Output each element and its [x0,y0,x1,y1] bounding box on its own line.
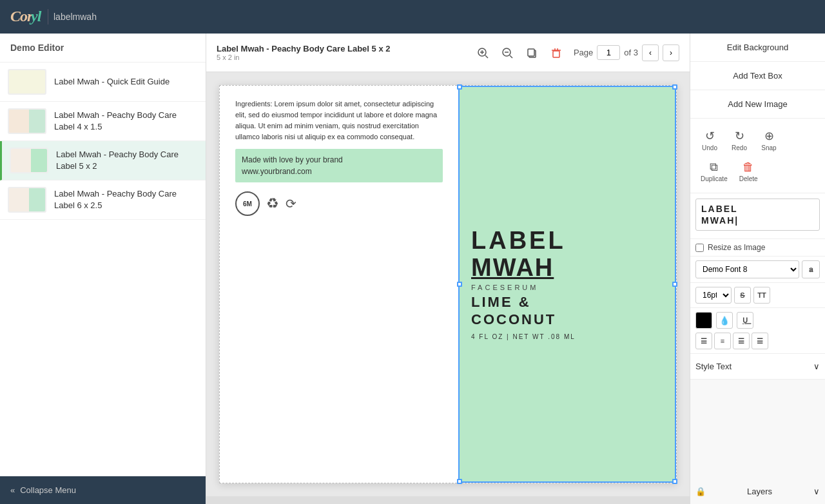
right-panel: Edit Background Add Text Box Add New Ima… [690,34,825,504]
canvas-scroll[interactable]: Ingredients: Lorem ipsum dolor sit amet,… [206,72,690,496]
scrollbar-bottom[interactable] [206,496,690,504]
sidebar-item-label-3: Label Mwah - Peachy Body Care Label 6 x … [54,188,198,211]
duplicate-button[interactable]: ⧉ Duplicate [695,157,733,186]
sidebar-thumb-2 [10,148,48,173]
resize-as-image-checkbox[interactable] [695,244,704,252]
rp-actions: ↺ Undo ↻ Redo ⊕ Snap ⧉ Duplicate 🗑 Delet… [690,119,825,193]
align-center-button[interactable]: ≡ [714,333,731,349]
svg-text:yl: yl [29,8,42,24]
handle-mr[interactable] [672,282,677,287]
add-new-image-button[interactable]: Add New Image [690,90,825,119]
svg-line-7 [510,55,512,58]
color-dropper[interactable]: 💧 [716,312,733,329]
snap-label: Snap [761,144,776,151]
align-buttons: ☰ ≡ ☰ ☰ [695,333,768,349]
logo-area: Cor yl labelmwah [10,5,97,29]
toolbar-icons [473,43,566,63]
handle-tr[interactable] [672,84,677,90]
sidebar-item-3[interactable]: Label Mwah - Peachy Body Care Label 6 x … [0,180,206,220]
snap-icon: ⊕ [764,129,774,143]
style-text-chevron: ∨ [813,362,820,371]
svg-text:Cor: Cor [10,8,34,24]
color-swatch[interactable] [695,312,712,329]
svg-rect-10 [528,49,534,56]
label-left: Ingredients: Lorem ipsum dolor sit amet,… [220,86,458,483]
bold-button[interactable]: TT [753,287,770,304]
page-prev-button[interactable]: ‹ [642,44,659,61]
layers-section[interactable]: 🔒 Layers ∨ [690,479,825,504]
text-line-mwah: MWAH| [701,215,814,226]
page-number-input[interactable] [597,45,620,60]
6m-icon: 6M [235,191,260,216]
recycle-icon-1: ♻ [266,195,279,212]
green-banner: Made with love by your brand www.yourbra… [235,149,443,182]
delete-panel-button[interactable]: 🗑 Delete [734,157,763,186]
product-name: LIME & COCONUT [471,294,556,328]
doc-title: Label Mwah - Peachy Body Care Label 5 x … [217,44,465,53]
handle-br[interactable] [672,479,677,484]
sidebar-item-0[interactable]: Label Mwah - Quick Edit Guide [0,63,206,102]
sidebar-item-label-1: Label Mwah - Peachy Body Care Label 4 x … [54,110,198,133]
resize-as-image-label: Resize as Image [708,243,765,252]
font-match-button[interactable]: 𝐚 [802,260,820,278]
underline-button[interactable]: U͟ [737,312,753,329]
duplicate-label: Duplicate [701,175,728,182]
layers-chevron: ∨ [813,487,820,496]
add-text-box-button[interactable]: Add Text Box [690,62,825,90]
handle-bl[interactable] [457,479,462,484]
zoom-in-button[interactable] [473,43,492,63]
delete-button[interactable] [547,43,566,63]
font-size-select[interactable]: 16pt [695,287,732,304]
sidebar-header: Demo Editor [0,34,206,63]
subtitle-text: FACESERUM [471,284,538,291]
page-next-button[interactable]: › [663,44,679,61]
delete-panel-icon: 🗑 [742,160,754,174]
rp-font-select: Demo Font 8 𝐚 [690,257,825,283]
doc-size: 5 x 2 in [217,53,465,61]
copy-button[interactable] [522,43,541,63]
brand-name-bottom: MWAH [471,255,554,280]
made-with-text: Made with love by your brand www.yourbra… [242,154,436,177]
edit-background-button[interactable]: Edit Background [690,34,825,62]
sidebar-thumb-3 [8,187,46,213]
align-justify-button[interactable]: ☰ [752,333,768,349]
collapse-menu-button[interactable]: « Collapse Menu [0,476,206,504]
layers-lock-icon: 🔒 [695,487,706,496]
ingredients-text: Ingredients: Lorem ipsum dolor sit amet,… [235,99,443,142]
handle-tl[interactable] [457,84,462,90]
handle-ml[interactable] [457,282,462,287]
collapse-menu-label: Collapse Menu [20,485,76,495]
collapse-icon: « [10,485,15,495]
icons-row: 6M ♻ ⟳ [235,191,443,216]
snap-button[interactable]: ⊕ Snap [755,125,783,155]
font-select-dropdown[interactable]: Demo Font 8 [695,260,799,278]
undo-button[interactable]: ↺ Undo [695,125,724,155]
rp-text-format: 16pt S TT [690,283,825,308]
project-name: labelmwah [53,12,97,22]
undo-icon: ↺ [705,129,715,143]
svg-line-3 [485,55,488,58]
sidebar-item-1[interactable]: Label Mwah - Peachy Body Care Label 4 x … [0,102,206,141]
redo-button[interactable]: ↻ Redo [725,125,753,155]
zoom-out-button[interactable] [498,43,517,63]
layers-label: Layers [747,487,772,496]
recycle-icon-2: ⟳ [286,196,296,211]
style-text-label: Style Text [695,362,732,371]
rp-text-editor: LABEL MWAH| [690,193,825,239]
logo: Cor yl [10,5,43,29]
text-content-box[interactable]: LABEL MWAH| [695,199,820,231]
undo-label: Undo [702,144,717,151]
sidebar-item-label-2: Label Mwah - Peachy Body Care Label 5 x … [56,149,198,172]
canvas-doc: Ingredients: Lorem ipsum dolor sit amet,… [219,85,677,483]
align-right-button[interactable]: ☰ [733,333,750,349]
sidebar-item-2[interactable]: Label Mwah - Peachy Body Care Label 5 x … [0,141,206,180]
align-left-button[interactable]: ☰ [695,333,712,349]
sidebar-thumb-1 [8,108,46,134]
strikethrough-button[interactable]: S [734,287,751,304]
canvas-area: Label Mwah - Peachy Body Care Label 5 x … [206,34,690,504]
style-text-section[interactable]: Style Text ∨ [690,354,825,380]
doc-title-area: Label Mwah - Peachy Body Care Label 5 x … [217,44,465,61]
page-label: Page [574,48,593,57]
page-of-label: of 3 [624,48,638,57]
sidebar-thumb-0 [8,69,46,95]
